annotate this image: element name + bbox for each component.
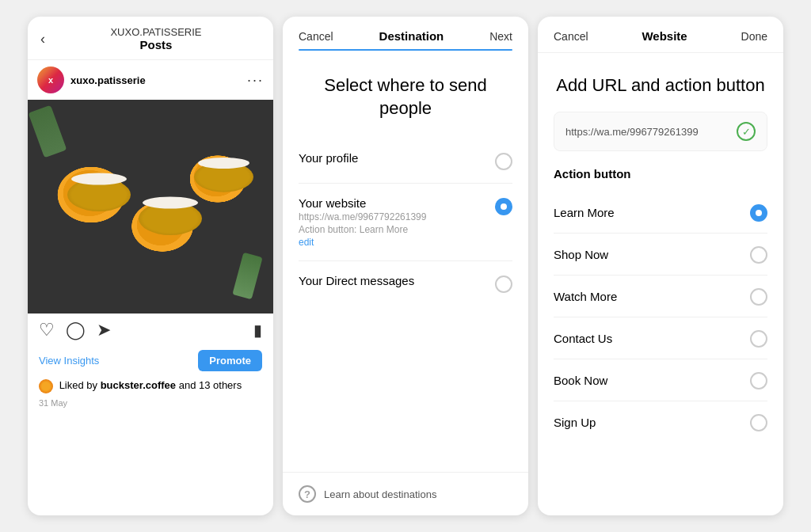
footer-help-text[interactable]: Learn about destinations bbox=[324, 488, 436, 500]
dest-option-website-edit[interactable]: edit bbox=[299, 237, 426, 248]
action-option-watch-more-label: Watch More bbox=[554, 290, 617, 303]
action-option-contact-us-label: Contact Us bbox=[554, 332, 612, 345]
ig-likes: Liked by buckster.coffee and 13 others bbox=[28, 378, 273, 395]
action-option-shop-now[interactable]: Shop Now bbox=[554, 234, 767, 276]
action-option-shop-now-label: Shop Now bbox=[554, 248, 608, 261]
url-check-icon: ✓ bbox=[737, 122, 756, 141]
destination-footer: ? Learn about destinations bbox=[283, 472, 528, 515]
website-panel: Cancel Website Done Add URL and action b… bbox=[538, 17, 783, 515]
bookmark-icon[interactable]: ▮ bbox=[253, 321, 262, 340]
instagram-panel: ‹ XUXO.PATISSERIE Posts x xuxo.patisseri… bbox=[28, 17, 273, 515]
dest-option-direct-radio[interactable] bbox=[495, 276, 512, 293]
action-option-sign-up[interactable]: Sign Up bbox=[554, 401, 767, 443]
dest-option-website[interactable]: Your website https://wa.me/9967792261399… bbox=[299, 184, 512, 261]
action-option-learn-more-label: Learn More bbox=[554, 206, 615, 219]
more-options-icon[interactable]: ··· bbox=[247, 72, 264, 89]
dest-option-website-radio[interactable] bbox=[495, 198, 512, 215]
destination-next-button[interactable]: Next bbox=[489, 30, 512, 43]
action-button-label: Action button bbox=[538, 167, 783, 192]
action-option-book-now[interactable]: Book Now bbox=[554, 359, 767, 401]
dest-option-profile-label: Your profile bbox=[299, 151, 358, 165]
destination-panel: Cancel Destination Next Select where to … bbox=[283, 17, 528, 515]
avatar: x bbox=[37, 66, 64, 93]
dest-option-direct-label: Your Direct messages bbox=[299, 274, 414, 287]
ig-posts-label: Posts bbox=[51, 38, 261, 51]
website-main-title: Add URL and action button bbox=[538, 53, 783, 112]
ig-username: xuxo.patisserie bbox=[70, 74, 146, 86]
destination-main-title: Select where to send people bbox=[283, 51, 528, 139]
action-option-contact-us[interactable]: Contact Us bbox=[554, 317, 767, 359]
action-option-learn-more-radio[interactable] bbox=[750, 204, 767, 222]
ig-top-bar: ‹ XUXO.PATISSERIE Posts bbox=[28, 17, 273, 60]
action-options: Learn More Shop Now Watch More Contact U… bbox=[538, 192, 783, 443]
action-option-sign-up-label: Sign Up bbox=[554, 416, 596, 429]
website-done-button[interactable]: Done bbox=[741, 30, 767, 43]
dest-option-website-action: Action button: Learn More bbox=[299, 224, 426, 235]
destination-cancel-button[interactable]: Cancel bbox=[299, 30, 333, 43]
website-cancel-button[interactable]: Cancel bbox=[554, 30, 588, 43]
ig-date: 31 May bbox=[28, 395, 273, 414]
fire-icon bbox=[39, 379, 53, 393]
dest-option-profile[interactable]: Your profile bbox=[299, 139, 512, 184]
url-field[interactable]: https://wa.me/996779261399 ✓ bbox=[554, 112, 767, 151]
dest-option-profile-radio[interactable] bbox=[495, 153, 512, 170]
destination-title: Destination bbox=[379, 29, 444, 43]
ig-promote-bar: View Insights Promote bbox=[28, 347, 273, 378]
comment-icon[interactable]: ◯ bbox=[66, 320, 86, 340]
destination-header: Cancel Destination Next bbox=[283, 17, 528, 43]
view-insights-link[interactable]: View Insights bbox=[39, 355, 99, 367]
ig-post-header: x xuxo.patisserie ··· bbox=[28, 60, 273, 100]
action-option-sign-up-radio[interactable] bbox=[750, 414, 767, 431]
website-header: Cancel Website Done bbox=[538, 17, 783, 53]
ig-account-name: XUXO.PATISSERIE bbox=[51, 26, 261, 38]
action-option-book-now-radio[interactable] bbox=[750, 372, 767, 390]
action-option-shop-now-radio[interactable] bbox=[750, 246, 767, 264]
post-image bbox=[28, 100, 273, 314]
destination-options: Your profile Your website https://wa.me/… bbox=[283, 139, 528, 306]
share-icon[interactable]: ➤ bbox=[97, 320, 111, 340]
dest-option-website-url: https://wa.me/9967792261399 bbox=[299, 211, 426, 222]
back-button[interactable]: ‹ bbox=[40, 31, 45, 48]
like-icon[interactable]: ♡ bbox=[39, 320, 55, 340]
help-icon: ? bbox=[299, 485, 316, 503]
action-option-contact-us-radio[interactable] bbox=[750, 330, 767, 348]
action-option-watch-more-radio[interactable] bbox=[750, 288, 767, 306]
ig-actions-bar: ♡ ◯ ➤ ▮ bbox=[28, 314, 273, 347]
dest-option-direct[interactable]: Your Direct messages bbox=[299, 261, 512, 306]
action-option-book-now-label: Book Now bbox=[554, 374, 607, 387]
promote-button[interactable]: Promote bbox=[198, 350, 262, 371]
website-title: Website bbox=[642, 29, 687, 43]
action-option-learn-more[interactable]: Learn More bbox=[554, 192, 767, 234]
dest-option-website-label: Your website bbox=[299, 196, 426, 210]
url-text: https://wa.me/996779261399 bbox=[565, 126, 699, 138]
action-option-watch-more[interactable]: Watch More bbox=[554, 276, 767, 317]
